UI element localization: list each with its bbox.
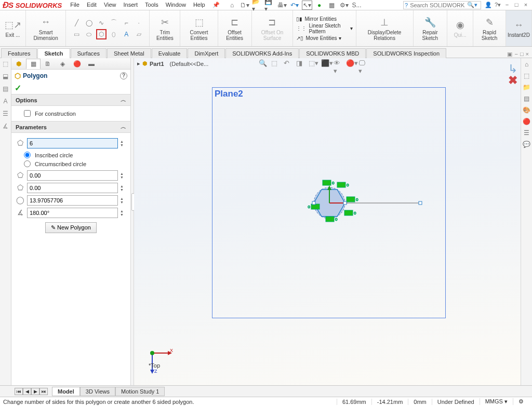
inscribed-radio[interactable]: Inscribed circle — [16, 151, 126, 159]
search-icon[interactable]: 🔍▾ — [467, 2, 477, 8]
menu-insert[interactable]: Insert — [121, 1, 141, 9]
doc-min-icon[interactable]: − — [514, 51, 517, 58]
offset-entities-button[interactable]: ⊏ Offset Entities — [218, 10, 252, 46]
menu-edit[interactable]: Edit — [84, 1, 100, 9]
tools-icon[interactable]: A — [2, 98, 10, 106]
part-icon[interactable]: ⬓ — [2, 73, 10, 81]
open-icon[interactable]: 📂▾ — [252, 1, 262, 10]
prev-view-icon[interactable]: ↶ — [284, 59, 293, 69]
convert-entities-button[interactable]: ⬚ Convert Entities — [180, 10, 218, 46]
dia-spinner[interactable]: ▲▼ — [120, 197, 126, 204]
scene-icon[interactable]: 🖵▾ — [358, 59, 368, 69]
zoom-area-icon[interactable]: ⬚ — [271, 59, 281, 69]
help2-icon[interactable]: ?▾ — [494, 2, 502, 8]
rapid-sketch-button[interactable]: ✎ Rapid Sketch — [473, 10, 506, 46]
search-box[interactable]: ? 🔍▾ — [403, 1, 481, 9]
menu-tools[interactable]: Tools — [142, 1, 162, 9]
taskpane-explorer-icon[interactable]: ▤ — [522, 94, 531, 104]
cancel-corner-icon[interactable]: ✖ — [508, 74, 517, 87]
panel-tab-appearance[interactable]: 🔴 — [70, 59, 84, 69]
instant2d-button[interactable]: ↔ Instant2D — [506, 10, 532, 46]
tab-evaluate[interactable]: Evaluate — [152, 48, 188, 58]
tab-features[interactable]: Features — [1, 48, 37, 58]
spline-tool[interactable]: ∿ — [96, 18, 107, 28]
tab-mbd[interactable]: SOLIDWORKS MBD — [299, 48, 366, 58]
arc-tool[interactable]: ⌒ — [109, 18, 119, 28]
save-icon[interactable]: 💾▾ — [264, 1, 275, 10]
taskpane-home-icon[interactable]: ⌂ — [522, 60, 531, 70]
tab-dimxpert[interactable]: DimXpert — [188, 48, 225, 58]
doc-max-icon[interactable]: □ — [520, 51, 524, 58]
ok-button[interactable]: ✓ — [15, 84, 21, 92]
3d-views-tab[interactable]: 3D Views — [80, 387, 115, 396]
options-header[interactable]: Options︿ — [11, 94, 130, 106]
trim-entities-button[interactable]: ✂ Trim Entities — [150, 10, 180, 46]
home-icon[interactable]: ⌂ — [227, 1, 237, 10]
taskpane-library-icon[interactable]: 📁 — [522, 83, 531, 92]
taskpane-palette-icon[interactable]: 🎨 — [522, 106, 531, 115]
tab-addins[interactable]: SOLIDWORKS Add-Ins — [225, 48, 299, 58]
cx-spinner[interactable]: ▲▼ — [120, 172, 126, 179]
mirror-entities-button[interactable]: ▯▮Mirror Entities — [296, 16, 337, 22]
breadcrumb[interactable]: ▸ ⬢ Part1 (Default<<De... — [137, 60, 208, 67]
hide-show-icon[interactable]: 👁▾ — [334, 59, 343, 69]
status-units[interactable]: MMGS ▾ — [480, 398, 513, 405]
options-grid-icon[interactable]: ▦ — [327, 1, 337, 10]
angle-spinner[interactable]: ▲▼ — [120, 209, 126, 216]
drawing-icon[interactable]: ▤ — [2, 85, 10, 93]
tab-nav[interactable]: ⏮◀▶⏭ — [15, 388, 48, 395]
menu-window[interactable]: Window — [163, 1, 189, 9]
tab-surfaces[interactable]: Surfaces — [71, 48, 107, 58]
undo-icon[interactable]: ↶▾ — [289, 1, 300, 10]
panel-tab-display[interactable]: ◈ — [55, 59, 70, 69]
search-input[interactable] — [409, 2, 466, 9]
print-icon[interactable]: 🖶▾ — [277, 1, 287, 10]
plane-tool[interactable]: ▱ — [134, 29, 144, 39]
panel-tab-feature[interactable]: ⬢ — [11, 59, 26, 69]
appearance-icon[interactable]: 🔴▾ — [346, 59, 355, 69]
feature-help-icon[interactable]: ? — [120, 72, 127, 79]
panel-tab-decal[interactable]: ▬ — [84, 59, 99, 69]
user-icon[interactable]: 👤 — [484, 2, 493, 8]
tab-inspection[interactable]: SOLIDWORKS Inspection — [366, 48, 446, 58]
panel-tab-config[interactable]: 🗎 — [41, 59, 55, 69]
for-construction-checkbox[interactable]: For construction — [16, 109, 126, 118]
taskpane-resources-icon[interactable]: ⬚ — [522, 72, 531, 81]
doc-expand-icon[interactable]: ▣ — [507, 51, 512, 58]
tab-sketch[interactable]: Sketch — [37, 48, 70, 58]
angle-input[interactable] — [27, 208, 118, 218]
model-tab[interactable]: Model — [52, 387, 80, 396]
tab-sheet-metal[interactable]: Sheet Metal — [107, 48, 151, 58]
maximize-icon[interactable]: □ — [512, 2, 521, 8]
cy-spinner[interactable]: ▲▼ — [120, 184, 126, 192]
relations-button[interactable]: ⊥ Display/Delete Relations — [356, 10, 414, 46]
center-y-input[interactable] — [27, 183, 118, 193]
text-tool[interactable]: A — [121, 29, 131, 39]
menu-view[interactable]: View — [101, 1, 119, 9]
assembly-icon[interactable]: ⬚ — [2, 60, 10, 69]
exit-sketch-button[interactable]: ⬚↗ Exit ... — [0, 10, 26, 46]
ellipse-tool[interactable]: ⬯ — [109, 29, 119, 39]
polygon-tool[interactable]: ⬡ — [96, 29, 107, 39]
smart-dimension-button[interactable]: ↔ Smart Dimension — [26, 10, 66, 46]
select-icon[interactable]: ↖▾ — [302, 1, 312, 10]
menu-file[interactable]: File — [67, 1, 83, 9]
close-icon[interactable]: × — [522, 2, 530, 8]
rebuild-icon[interactable]: ● — [314, 1, 325, 10]
circumscribed-radio[interactable]: Circumscribed circle — [16, 159, 126, 168]
circle-tool[interactable]: ◯ — [84, 18, 94, 28]
move-entities-button[interactable]: ↗▯Move Entities▾ — [296, 35, 341, 41]
graphics-viewport[interactable]: ▸ ⬢ Part1 (Default<<De... 🔍 ⬚ ↶ ◨ ⬚▾ ⬛▾ … — [134, 58, 532, 385]
new-polygon-button[interactable]: ✎ New Polygon — [45, 222, 97, 233]
parameters-header[interactable]: Parameters︿ — [11, 121, 130, 133]
minimize-icon[interactable]: − — [503, 2, 511, 8]
diameter-input[interactable] — [27, 195, 118, 206]
fillet-tool[interactable]: ⌐ — [121, 18, 131, 28]
sides-input[interactable] — [27, 138, 118, 148]
s-icon[interactable]: S... — [352, 1, 362, 10]
section-view-icon[interactable]: ◨ — [296, 59, 305, 69]
zoom-fit-icon[interactable]: 🔍 — [259, 59, 268, 69]
panel-tab-property[interactable]: ▦ — [26, 59, 41, 69]
line-tool[interactable]: ╱ — [71, 18, 82, 28]
repair-sketch-button[interactable]: 🔧 Repair Sketch — [414, 10, 448, 46]
